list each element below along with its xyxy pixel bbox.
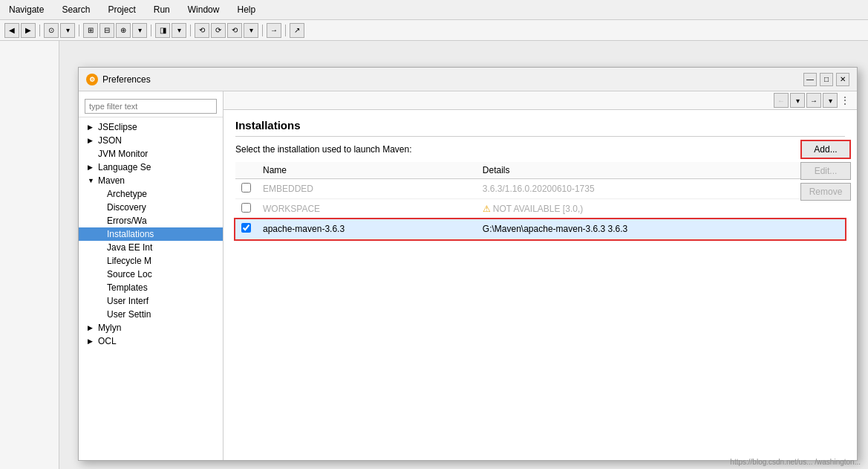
toolbar-btn-8[interactable]: ▾ xyxy=(132,23,147,38)
filter-wrap xyxy=(79,96,223,117)
preferences-icon: ⚙ xyxy=(86,74,98,85)
nav-back-button[interactable]: ← xyxy=(774,93,789,108)
tree-label-6: Discovery xyxy=(107,202,146,213)
more-options-button[interactable]: ⋮ xyxy=(839,93,851,108)
menu-search[interactable]: Search xyxy=(59,3,93,16)
toolbar-btn-3[interactable]: ⊙ xyxy=(44,23,59,38)
table-row-2[interactable]: apache-maven-3.6.3G:\Maven\apache-maven-… xyxy=(235,219,845,239)
sidebar-tree-item-1[interactable]: ▶JSON xyxy=(79,134,223,147)
toolbar-btn-14[interactable]: ▾ xyxy=(244,23,258,38)
toolbar-btn-9[interactable]: ◨ xyxy=(155,23,170,38)
sidebar-tree-item-0[interactable]: ▶JSEclipse xyxy=(79,120,223,134)
tree-label-5: Archetype xyxy=(107,189,147,199)
sidebar-tree-item-14[interactable]: User Settin xyxy=(79,308,223,321)
row-checkbox-cell-2 xyxy=(235,219,257,239)
toolbar-btn-13[interactable]: ⟲ xyxy=(227,23,242,38)
tree-label-4: Maven xyxy=(98,175,125,186)
tree-label-8: Installations xyxy=(107,229,154,239)
sidebar-tree-item-9[interactable]: Java EE Int xyxy=(79,241,223,254)
tree-label-10: Lifecycle M xyxy=(107,256,151,266)
sidebar-tree-item-15[interactable]: ▶Mylyn xyxy=(79,321,223,334)
tree-arrow-15: ▶ xyxy=(88,324,95,331)
nav-fwd-dropdown-button[interactable]: ▾ xyxy=(823,93,838,108)
dialog-title-text: Preferences xyxy=(102,74,151,85)
content-subtitle: Select the installation used to launch M… xyxy=(235,144,845,155)
toolbar-btn-12[interactable]: ⟳ xyxy=(211,23,226,38)
sidebar-tree-item-16[interactable]: ▶OCL xyxy=(79,334,223,348)
tree-label-16: OCL xyxy=(98,336,117,346)
row-checkbox-cell-1 xyxy=(235,199,257,219)
toolbar-btn-1[interactable]: ◀ xyxy=(4,23,19,38)
tree-arrow-3: ▶ xyxy=(88,164,95,171)
sidebar-tree-item-4[interactable]: ▼Maven xyxy=(79,174,223,187)
watermark: https://blog.csdn.net/us... /washington.… xyxy=(730,458,861,466)
tree-label-12: Templates xyxy=(107,282,148,293)
remove-button[interactable]: Remove xyxy=(800,183,851,201)
row-checkbox-cell-0 xyxy=(235,179,257,199)
sidebar-tree-item-8[interactable]: Installations xyxy=(79,227,223,241)
dialog-top-nav: ← ▾ → ▾ ⋮ xyxy=(223,91,857,110)
row-details-2: G:\Maven\apache-maven-3.6.3 3.6.3 xyxy=(477,219,845,239)
toolbar-btn-4[interactable]: ▾ xyxy=(60,23,75,38)
col-name: Name xyxy=(257,162,477,179)
preferences-dialog: ⚙ Preferences — □ ✕ ▶JSEclipse▶JSONJVM M… xyxy=(78,67,858,461)
row-name-1: WORKSPACE xyxy=(257,199,477,219)
maximize-button[interactable]: □ xyxy=(820,73,833,86)
tree-label-14: User Settin xyxy=(107,309,151,320)
toolbar-sep-1 xyxy=(39,25,40,36)
add-button[interactable]: Add... xyxy=(800,140,851,159)
warning-icon-1: ⚠ xyxy=(483,204,491,214)
table-row-1[interactable]: WORKSPACE⚠NOT AVAILABLE [3.0,) xyxy=(235,199,845,219)
tree-label-2: JVM Monitor xyxy=(98,149,148,159)
toolbar-btn-2[interactable]: ▶ xyxy=(21,23,36,38)
nav-dropdown-button[interactable]: ▾ xyxy=(790,93,805,108)
sidebar-tree-item-12[interactable]: Templates xyxy=(79,281,223,294)
toolbar: ◀ ▶ ⊙ ▾ ⊞ ⊟ ⊕ ▾ ◨ ▾ ⟲ ⟳ ⟲ ▾ → ↗ xyxy=(0,20,868,41)
toolbar-sep-6 xyxy=(285,25,286,36)
dialog-titlebar: ⚙ Preferences — □ ✕ xyxy=(79,68,857,91)
tree-arrow-1: ▶ xyxy=(88,137,95,144)
table-header-row: Name Details xyxy=(235,162,845,179)
tree-label-13: User Interf xyxy=(107,296,149,306)
filter-input[interactable] xyxy=(85,99,217,114)
sidebar-tree-item-6[interactable]: Discovery xyxy=(79,201,223,214)
sidebar-tree: ▶JSEclipse▶JSONJVM Monitor▶Language Se▼M… xyxy=(79,120,223,348)
sidebar-tree-item-3[interactable]: ▶Language Se xyxy=(79,161,223,174)
close-button[interactable]: ✕ xyxy=(836,73,849,86)
sidebar-tree-item-2[interactable]: JVM Monitor xyxy=(79,147,223,161)
toolbar-btn-6[interactable]: ⊟ xyxy=(99,23,114,38)
tree-label-11: Source Loc xyxy=(107,269,152,279)
tree-label-9: Java EE Int xyxy=(107,242,152,253)
toolbar-btn-7[interactable]: ⊕ xyxy=(116,23,131,38)
tree-label-7: Errors/Wa xyxy=(107,216,147,226)
sidebar-tree-item-7[interactable]: Errors/Wa xyxy=(79,214,223,227)
menu-help[interactable]: Help xyxy=(234,3,258,16)
sidebar-tree-item-11[interactable]: Source Loc xyxy=(79,268,223,281)
toolbar-btn-10[interactable]: ▾ xyxy=(172,23,186,38)
menu-navigate[interactable]: Navigate xyxy=(6,3,47,16)
table-row-0[interactable]: EMBEDDED3.6.3/1.16.0.20200610-1735 xyxy=(235,179,845,199)
row-checkbox-1[interactable] xyxy=(241,203,251,213)
toolbar-btn-15[interactable]: → xyxy=(267,23,281,38)
toolbar-sep-4 xyxy=(190,25,191,36)
menu-run[interactable]: Run xyxy=(151,3,173,16)
sidebar-tree-item-13[interactable]: User Interf xyxy=(79,294,223,308)
row-details-1: ⚠NOT AVAILABLE [3.0,) xyxy=(477,199,845,219)
toolbar-btn-11[interactable]: ⟲ xyxy=(195,23,209,38)
dialog-title-left: ⚙ Preferences xyxy=(86,74,151,85)
sidebar-tree-item-5[interactable]: Archetype xyxy=(79,187,223,201)
tree-label-0: JSEclipse xyxy=(98,122,137,132)
installations-tbody: EMBEDDED3.6.3/1.16.0.20200610-1735WORKSP… xyxy=(235,179,845,239)
toolbar-btn-5[interactable]: ⊞ xyxy=(83,23,98,38)
menu-window[interactable]: Window xyxy=(185,3,223,16)
row-checkbox-0[interactable] xyxy=(241,183,251,193)
toolbar-btn-16[interactable]: ↗ xyxy=(290,23,304,38)
sidebar-tree-item-10[interactable]: Lifecycle M xyxy=(79,254,223,268)
nav-fwd-button[interactable]: → xyxy=(806,93,821,108)
menu-project[interactable]: Project xyxy=(105,3,138,16)
row-checkbox-2[interactable] xyxy=(241,223,251,233)
dialog-content: Installations Select the installation us… xyxy=(223,110,857,460)
minimize-button[interactable]: — xyxy=(803,73,817,86)
toolbar-sep-2 xyxy=(79,25,79,36)
edit-button[interactable]: Edit... xyxy=(800,162,851,180)
